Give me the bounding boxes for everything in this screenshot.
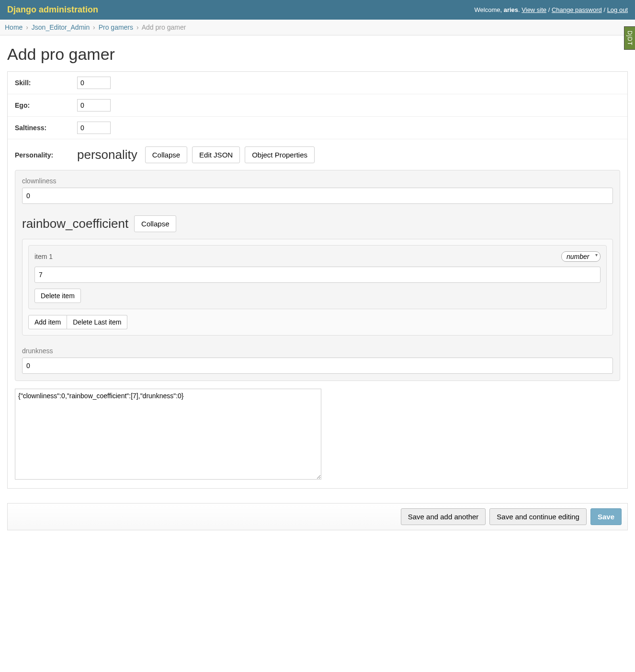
breadcrumb-home[interactable]: Home [5, 23, 23, 31]
array-actions: Add item Delete Last item [28, 315, 607, 329]
breadcrumb-sep: › [93, 23, 95, 31]
array-item: item 1 number Delete item [28, 245, 607, 309]
skill-label: Skill: [15, 79, 77, 87]
breadcrumb-sep: › [136, 23, 139, 31]
rainbow-collapse-button[interactable]: Collapse [134, 215, 176, 232]
collapse-button[interactable]: Collapse [145, 146, 187, 163]
personality-section: Personality: personality Collapse Edit J… [8, 139, 627, 488]
form-container: Skill: Ego: Saltiness: Personality: pers… [7, 71, 628, 489]
breadcrumb-app[interactable]: Json_Editor_Admin [32, 23, 90, 31]
add-item-button[interactable]: Add item [28, 315, 67, 329]
submit-row: Save and add another Save and continue e… [7, 503, 628, 530]
delete-item-button[interactable]: Delete item [34, 289, 81, 303]
edit-json-button[interactable]: Edit JSON [192, 146, 240, 163]
field-row-saltiness: Saltiness: [8, 117, 627, 139]
saltiness-label: Saltiness: [15, 124, 77, 132]
skill-input[interactable] [77, 77, 111, 89]
array-item-header: item 1 number [34, 251, 601, 262]
breadcrumb-current: Add pro gamer [142, 23, 186, 31]
array-item-input[interactable] [34, 267, 601, 283]
drunkness-label: drunkness [22, 347, 613, 355]
save-continue-button[interactable]: Save and continue editing [489, 508, 587, 525]
field-row-ego: Ego: [8, 94, 627, 117]
view-site-link[interactable]: View site [522, 6, 546, 13]
object-properties-button[interactable]: Object Properties [245, 146, 315, 163]
type-select-wrap: number [561, 251, 601, 262]
page-title: Add pro gamer [7, 45, 628, 64]
array-item-label: item 1 [34, 253, 53, 260]
save-add-another-button[interactable]: Save and add another [401, 508, 486, 525]
change-password-link[interactable]: Change password [552, 6, 602, 13]
drunkness-field: drunkness [22, 347, 613, 374]
save-button[interactable]: Save [590, 508, 622, 525]
field-row-skill: Skill: [8, 72, 627, 94]
admin-header: Django administration Welcome, aries. Vi… [0, 0, 635, 20]
raw-json-textarea[interactable] [15, 389, 321, 480]
breadcrumb-model[interactable]: Pro gamers [99, 23, 133, 31]
saltiness-input[interactable] [77, 122, 111, 134]
personality-title: personality [77, 147, 137, 162]
djdt-toggle[interactable]: DjDT [624, 26, 635, 50]
rainbow-array-panel: item 1 number Delete item [22, 239, 613, 336]
clownliness-input[interactable] [22, 188, 613, 204]
personality-header: Personality: personality Collapse Edit J… [15, 146, 620, 163]
delete-last-item-button[interactable]: Delete Last item [67, 315, 127, 329]
ego-input[interactable] [77, 99, 111, 112]
user-tools: Welcome, aries. View site / Change passw… [475, 6, 628, 13]
rainbow-subsection: rainbow_coefficient Collapse item 1 numb… [22, 215, 613, 336]
rainbow-header: rainbow_coefficient Collapse [22, 215, 613, 232]
breadcrumb: Home › Json_Editor_Admin › Pro gamers › … [0, 20, 635, 35]
site-title[interactable]: Django administration [7, 5, 98, 15]
logout-link[interactable]: Log out [607, 6, 628, 13]
rainbow-title: rainbow_coefficient [22, 216, 128, 231]
drunkness-input[interactable] [22, 358, 613, 374]
ego-label: Ego: [15, 101, 77, 109]
personality-editor-panel: clownliness rainbow_coefficient Collapse… [15, 170, 620, 381]
welcome-text: Welcome, [475, 6, 502, 13]
item-type-select[interactable]: number [561, 251, 601, 262]
username: aries [504, 6, 518, 13]
clownliness-label: clownliness [22, 177, 613, 185]
breadcrumb-sep: › [26, 23, 28, 31]
personality-row-label: Personality: [15, 151, 72, 159]
